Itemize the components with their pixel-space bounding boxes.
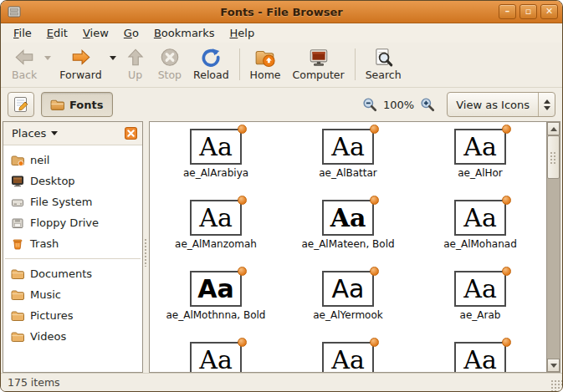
reload-icon: [200, 48, 222, 68]
forward-history-dropdown[interactable]: [108, 56, 118, 60]
font-thumbnail: Aa: [322, 129, 374, 165]
menu-bookmarks[interactable]: Bookmarks: [146, 25, 223, 41]
forward-button[interactable]: Forward: [54, 46, 107, 83]
readonly-emblem-icon: [238, 196, 247, 205]
font-item[interactable]: Aa: [150, 342, 282, 372]
toolbar: Back Forward Up Stop: [1, 43, 562, 88]
font-item[interactable]: Aa: [282, 342, 414, 372]
font-item[interactable]: Aa ae_AlManzomah: [150, 200, 282, 252]
font-thumbnail: Aa: [322, 342, 374, 372]
back-button[interactable]: Back: [6, 46, 43, 83]
font-item[interactable]: Aa ae_AlHor: [414, 129, 546, 181]
edit-location-button[interactable]: [8, 92, 34, 117]
resize-grip[interactable]: [550, 379, 562, 391]
sidebar-item-floppy[interactable]: Floppy Drive: [3, 212, 142, 233]
places-sidebar: Places neil: [3, 121, 143, 373]
menu-file[interactable]: File: [6, 25, 39, 41]
font-thumbnail: Aa: [322, 200, 374, 236]
reload-button[interactable]: Reload: [187, 46, 235, 83]
font-label: ae_AlArabiya: [183, 167, 248, 179]
maximize-button[interactable]: ▫: [519, 4, 537, 19]
font-label: ae_AlMohanad: [443, 238, 517, 250]
sidebar-item-filesystem[interactable]: File System: [3, 191, 142, 212]
folder-icon: [50, 99, 64, 111]
spin-up-icon: [544, 99, 550, 104]
scrollbar-thumb[interactable]: [547, 135, 560, 179]
arrow-up-icon: [550, 127, 557, 131]
minimize-button[interactable]: –: [499, 4, 516, 19]
drive-icon: [11, 196, 24, 208]
search-icon: [372, 48, 394, 68]
edit-location-icon: [13, 96, 29, 113]
readonly-emblem-icon: [502, 125, 511, 134]
zoom-out-icon[interactable]: [362, 97, 377, 112]
home-icon: [254, 48, 276, 68]
font-item[interactable]: Aa ae_AlMohanad: [414, 200, 546, 252]
chevron-down-icon: [51, 131, 58, 135]
sidebar-item-pictures[interactable]: Pictures: [3, 305, 142, 326]
font-thumbnail: Aa: [190, 200, 242, 236]
vertical-scrollbar[interactable]: [546, 122, 560, 372]
font-item[interactable]: Aa ae_AlArabiya: [150, 129, 282, 181]
computer-button[interactable]: Computer: [287, 46, 351, 83]
titlebar[interactable]: Fonts - File Browser – ▫ ✕: [1, 1, 562, 23]
sidebar-item-documents[interactable]: Documents: [3, 263, 142, 284]
menu-view[interactable]: View: [75, 25, 116, 41]
font-item[interactable]: Aa: [414, 342, 546, 372]
font-label: ae_Arab: [460, 309, 501, 321]
sidebar-header: Places: [3, 122, 142, 145]
font-label: ae_AlBattar: [319, 167, 377, 179]
sidebar-item-trash[interactable]: Trash: [3, 233, 142, 254]
window-icon: [8, 5, 23, 18]
close-button[interactable]: ✕: [540, 4, 558, 19]
location-bar: Fonts 100% View as Icons: [1, 88, 562, 121]
font-item[interactable]: Aa ae_AlBattar: [282, 129, 414, 181]
trash-icon: [11, 237, 24, 250]
font-item[interactable]: Aa ae_AlMothnna, Bold: [150, 271, 282, 323]
font-grid: Aa ae_AlArabiya Aa ae_AlBattar Aa: [150, 122, 546, 372]
sidebar-separator: [5, 258, 141, 259]
folder-icon: [11, 289, 24, 301]
menu-go[interactable]: Go: [116, 25, 146, 41]
font-label: ae_AlManzomah: [175, 238, 257, 250]
forward-icon: [70, 48, 92, 68]
back-history-dropdown[interactable]: [43, 56, 53, 60]
readonly-emblem-icon: [370, 125, 379, 134]
folder-icon: [11, 268, 24, 280]
path-button-fonts[interactable]: Fonts: [41, 92, 113, 117]
sidebar-item-home[interactable]: neil: [3, 150, 142, 171]
up-button[interactable]: Up: [119, 46, 152, 83]
file-browser-window: Fonts - File Browser – ▫ ✕ File Edit Vie…: [0, 0, 563, 392]
sidebar-item-desktop[interactable]: Desktop: [3, 171, 142, 191]
font-thumbnail: Aa: [190, 129, 242, 165]
menu-edit[interactable]: Edit: [39, 25, 75, 41]
up-icon: [125, 48, 146, 68]
stop-icon: [159, 48, 181, 68]
sidebar-item-videos[interactable]: Videos: [3, 326, 142, 347]
readonly-emblem-icon: [502, 338, 511, 347]
zoom-in-icon[interactable]: [420, 97, 435, 112]
readonly-emblem-icon: [370, 196, 379, 205]
scroll-down-button[interactable]: [547, 359, 560, 372]
sidebar-item-music[interactable]: Music: [3, 284, 142, 305]
search-button[interactable]: Search: [360, 46, 407, 83]
items-count: 175 items: [8, 376, 60, 389]
stop-button[interactable]: Stop: [152, 46, 187, 83]
back-icon: [13, 48, 35, 68]
view-mode-combo[interactable]: View as Icons: [447, 92, 555, 117]
readonly-emblem-icon: [238, 125, 247, 134]
font-item[interactable]: Aa ae_AlMateen, Bold: [282, 200, 414, 252]
pane-resize-handle[interactable]: [143, 121, 149, 373]
sidebar-close-icon[interactable]: [125, 127, 137, 140]
view-mode-spinner[interactable]: [538, 93, 555, 116]
readonly-emblem-icon: [238, 338, 247, 347]
readonly-emblem-icon: [238, 267, 247, 276]
font-thumbnail: Aa: [454, 271, 506, 307]
scroll-up-button[interactable]: [547, 122, 560, 135]
menu-help[interactable]: Help: [223, 25, 263, 41]
font-item[interactable]: Aa ae_Arab: [414, 271, 546, 323]
home-button[interactable]: Home: [244, 46, 287, 83]
places-dropdown-button[interactable]: Places: [8, 125, 61, 141]
font-item[interactable]: Aa ae_AlYermook: [282, 271, 414, 323]
content-area: Aa ae_AlArabiya Aa ae_AlBattar Aa: [149, 121, 560, 373]
